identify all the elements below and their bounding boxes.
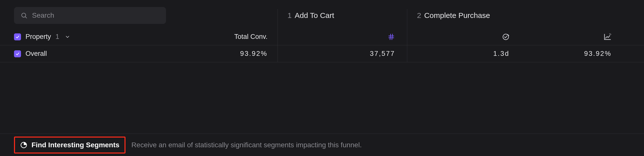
- conversion-rate-icon[interactable]: %: [604, 33, 612, 41]
- row-checkbox[interactable]: [14, 50, 21, 57]
- search-input[interactable]: [32, 11, 160, 19]
- svg-line-4: [390, 34, 391, 40]
- funnel-step-2-header: 2 Complete Purchase: [417, 11, 490, 20]
- row-step2-time: 1.3d: [493, 50, 510, 58]
- target-icon: [20, 141, 28, 149]
- row-step2-rate: 93.92%: [584, 50, 612, 58]
- search-icon: [20, 12, 28, 19]
- search-box[interactable]: [14, 7, 166, 24]
- row-step1-count: 37,577: [370, 50, 395, 58]
- property-label: Property: [26, 33, 51, 41]
- footer-description: Receive an email of statistically signif…: [132, 141, 362, 149]
- property-dropdown[interactable]: Property 1: [26, 33, 70, 41]
- step-number: 1: [288, 11, 292, 20]
- count-metric-icon[interactable]: [388, 33, 395, 41]
- time-to-convert-icon[interactable]: [502, 33, 510, 41]
- step-name: Complete Purchase: [424, 11, 490, 20]
- funnel-step-1-header: 1 Add To Cart: [288, 11, 334, 20]
- row-total-conv: 93.92%: [240, 50, 268, 58]
- footer-bar: Find Interesting Segments Receive an ema…: [0, 134, 644, 156]
- svg-line-5: [392, 34, 393, 40]
- row-label: Overall: [26, 50, 47, 58]
- total-conv-header: Total Conv.: [234, 33, 268, 41]
- find-segments-label: Find Interesting Segments: [32, 141, 120, 149]
- property-count: 1: [56, 33, 59, 41]
- select-all-checkbox[interactable]: [14, 33, 21, 40]
- chevron-down-icon: [65, 34, 70, 40]
- table-row: Overall 93.92% 37,577 1.3d 93.92%: [0, 45, 644, 62]
- step-name: Add To Cart: [295, 11, 334, 20]
- find-interesting-segments-button[interactable]: Find Interesting Segments: [14, 137, 126, 154]
- svg-point-0: [22, 13, 26, 17]
- svg-text:%: %: [609, 33, 611, 35]
- svg-line-1: [25, 17, 26, 18]
- step-number: 2: [417, 11, 421, 20]
